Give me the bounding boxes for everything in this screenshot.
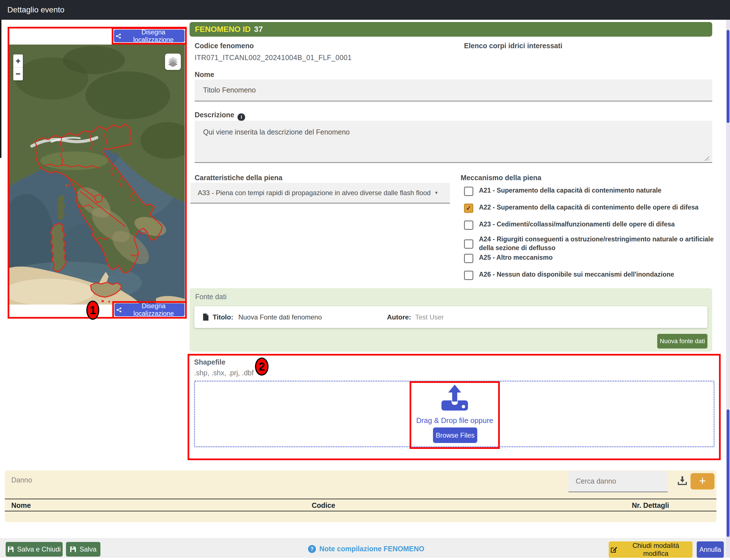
descrizione-label: Descrizionei — [195, 111, 245, 121]
checkbox-row-a23: A23 - Cedimenti/collassi/malfunzionament… — [464, 220, 716, 230]
caratteristiche-select[interactable]: A33 - Piena con tempi rapidi di propagaz… — [190, 183, 450, 204]
window-titlebar: Dettaglio evento — [0, 0, 730, 20]
titolo-value: Nuova Fonte dati fenomeno — [238, 313, 322, 321]
zoom-in-button[interactable]: + — [13, 54, 23, 68]
textarea-resize-grip[interactable] — [704, 156, 709, 161]
layers-icon — [167, 56, 179, 68]
cancel-button[interactable]: Annulla — [697, 541, 724, 558]
checkbox-a26[interactable] — [464, 271, 473, 280]
fenomeno-header: FENOMENO ID 37 — [189, 22, 712, 37]
fonte-dati-label: Fonte dati — [195, 293, 226, 301]
danno-col-codice: Codice — [312, 501, 335, 510]
share-icon — [116, 33, 121, 39]
codice-fenomeno-value: ITR071_ITCANL002_20241004B_01_FLF_0001 — [195, 54, 352, 62]
close-edit-mode-button[interactable]: Chiudi modalità modifica — [609, 541, 693, 558]
add-danno-button[interactable]: + — [691, 473, 714, 490]
shapefile-extensions: .shp, .shx, .prj, .dbf — [194, 369, 253, 377]
page-title: Dettaglio evento — [7, 5, 64, 14]
checkbox-row-a21: A21 - Superamento della capacità di cont… — [464, 186, 716, 196]
danno-table-header — [5, 499, 716, 512]
browse-files-button[interactable]: Browse Files — [433, 427, 477, 443]
fenomeno-header-label: FENOMENO ID — [195, 25, 251, 34]
save-icon — [8, 546, 14, 552]
checkbox-a21[interactable] — [464, 187, 473, 196]
checkbox-a25[interactable] — [464, 254, 473, 263]
map-corsica — [57, 195, 65, 221]
elenco-corpi-idrici-label: Elenco corpi idrici interessati — [464, 42, 563, 50]
codice-fenomeno-label: Codice fenomeno — [195, 42, 254, 50]
document-icon — [203, 313, 209, 321]
map-layers-button[interactable] — [165, 54, 181, 70]
annotation-circle-2: 2 — [255, 358, 268, 376]
fonte-dati-card[interactable]: Titolo: Nuova Fonte dati fenomeno Autore… — [194, 306, 707, 328]
note-compilazione-link[interactable]: ? Note compilazione FENOMENO — [308, 545, 424, 553]
checkbox-row-a22: A22 - Superamento della capacità di cont… — [464, 203, 716, 213]
scrollbar-thumb-top[interactable] — [727, 30, 729, 123]
zoom-out-button[interactable]: − — [13, 68, 23, 81]
map-zoom-control: + − — [13, 54, 23, 80]
question-icon: ? — [308, 545, 316, 553]
download-icon[interactable] — [677, 475, 688, 486]
share-icon — [116, 307, 122, 313]
dropzone-text: Drag & Drop file oppure — [410, 416, 500, 425]
autore-value: Test User — [415, 313, 444, 321]
info-icon[interactable]: i — [237, 113, 245, 121]
checkbox-row-a25: A25 - Altro meccanismo — [464, 253, 716, 263]
save-icon — [70, 546, 76, 552]
meccanismo-label: Meccanismo della piena — [461, 174, 541, 182]
checkbox-row-a26: A26 - Nessun dato disponibile sui meccan… — [464, 270, 716, 280]
caratteristiche-label: Caratteristiche della piena — [195, 174, 282, 182]
save-close-button[interactable]: Salva e Chiudi — [6, 542, 63, 557]
edit-icon — [610, 546, 618, 553]
left-edge-strip — [0, 20, 1, 158]
caratteristiche-selected-value: A33 - Piena con tempi rapidi di propagaz… — [198, 189, 431, 197]
danno-search — [568, 471, 668, 492]
draw-localization-button-top[interactable]: Disegna localizzazione — [114, 30, 184, 42]
chevron-down-icon: ▾ — [435, 190, 438, 196]
checkbox-a22[interactable] — [464, 204, 473, 213]
danno-col-nome: Nome — [11, 501, 31, 510]
autore-label: Autore: — [387, 313, 411, 321]
annotation-circle-1: 1 — [86, 301, 99, 320]
descrizione-textarea[interactable]: Qui viene inserita la descrizione del Fe… — [195, 121, 712, 163]
map-satellite[interactable] — [9, 45, 185, 305]
nuova-fonte-dati-button[interactable]: Nuova fonte dati — [657, 334, 707, 349]
titolo-label: Titolo: — [213, 313, 233, 321]
upload-icon — [439, 384, 470, 412]
fenomeno-header-id: 37 — [254, 25, 263, 34]
nome-input[interactable] — [195, 80, 712, 102]
shapefile-label: Shapefile — [194, 358, 225, 366]
danno-col-dettagli: Nr. Dettagli — [632, 501, 669, 510]
save-button[interactable]: Salva — [66, 542, 100, 557]
checkbox-a24[interactable] — [464, 239, 473, 249]
nome-label: Nome — [195, 70, 214, 79]
draw-localization-button-bottom[interactable]: Disegna localizzazione — [114, 303, 184, 316]
checkbox-row-a24: A24 - Rigurgiti conseguenti a ostruzione… — [464, 235, 716, 252]
scrollbar-thumb-bottom[interactable] — [727, 409, 729, 537]
danno-search-input[interactable] — [575, 477, 667, 486]
checkbox-a23[interactable] — [464, 221, 473, 230]
danno-label: Danno — [11, 476, 32, 484]
